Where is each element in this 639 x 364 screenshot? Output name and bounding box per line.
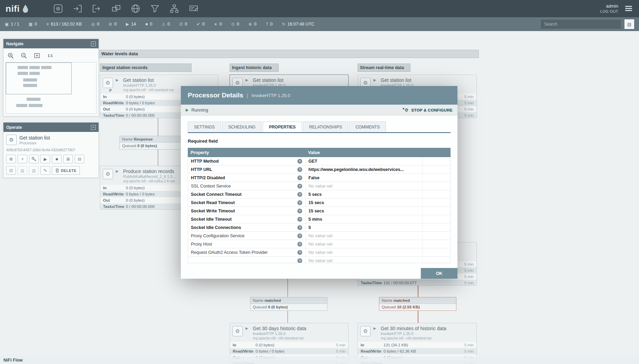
tab-relationships[interactable]: RELATIONSHIPS — [303, 122, 348, 132]
funnel-icon[interactable] — [150, 3, 160, 14]
brush-icon: ✎ — [44, 168, 47, 173]
label-stream-real-time-data[interactable]: Stream real-time data — [358, 64, 410, 72]
run-status-text: Running — [191, 107, 208, 113]
refresh-button[interactable]: ↻ 16:07:48 UTC — [282, 22, 314, 27]
stat-label: Read/Write — [361, 349, 383, 353]
processor-title: Get 30 minutes of historic data — [381, 326, 474, 331]
access-policies-button[interactable] — [29, 155, 39, 163]
connection-label[interactable]: Name matched Queued 0 (0 bytes) — [250, 297, 327, 311]
label-ingest-station-records[interactable]: Ingest station records — [100, 64, 192, 72]
property-row: ? No value set — [188, 257, 450, 263]
processor-bundle: org.apache.nifi - nifi-standard-nar — [253, 336, 345, 340]
tab-comments[interactable]: COMMENTS — [349, 122, 386, 132]
help-icon[interactable]: ? — [297, 209, 302, 213]
minimap-block — [16, 104, 27, 107]
output-port-icon[interactable] — [92, 3, 102, 14]
remote-process-group-icon[interactable] — [130, 3, 141, 14]
label-ingest-historic-data[interactable]: Ingest historic data — [230, 64, 279, 72]
component-toolbar — [53, 3, 199, 14]
tab-settings[interactable]: SETTINGS — [188, 122, 221, 132]
help-icon[interactable]: ? — [297, 233, 302, 238]
fill-color-button[interactable]: ✎ — [40, 166, 50, 175]
collapse-button[interactable]: – — [91, 125, 96, 130]
property-value: No value set — [306, 182, 423, 190]
connection-label-backpressure[interactable]: Name matched Queued 10 (2.55 KB) — [379, 297, 456, 311]
help-icon[interactable]: ? — [297, 200, 302, 205]
stop-button[interactable]: ■ — [52, 155, 62, 163]
paste-button[interactable]: ▤ — [18, 166, 27, 175]
zoom-out-icon[interactable] — [20, 52, 28, 59]
global-menu-icon[interactable] — [624, 4, 633, 12]
stat-value: 0 bytes / 62.36 KB — [383, 349, 459, 353]
bulletin-board-button[interactable]: ▤ — [624, 19, 634, 29]
minimap-block — [29, 66, 40, 69]
processor-title: Get station list — [381, 77, 474, 83]
property-value: https://www.pegelonline.wsv.de/webservic… — [306, 165, 423, 173]
delete-button[interactable]: DELETE — [52, 166, 80, 175]
connection-queued: Queued 10 (2.55 KB) — [379, 304, 456, 310]
zoom-actual-icon[interactable]: 1:1 — [46, 52, 54, 59]
property-row: Request OAuth2 Access Token Provider ? N… — [188, 248, 450, 257]
copy-icon: ⊡ — [9, 168, 13, 173]
process-group-icon[interactable] — [111, 3, 121, 14]
label-icon[interactable] — [188, 3, 199, 14]
help-icon[interactable]: ? — [297, 192, 302, 197]
dialog-tabs: SETTINGS SCHEDULING PROPERTIES RELATIONS… — [188, 122, 451, 133]
input-port-icon[interactable] — [72, 3, 83, 14]
help-icon[interactable]: ? — [297, 250, 302, 255]
status-item: ⚠ 0 — [161, 22, 170, 27]
start-button[interactable]: ▶ — [40, 155, 50, 163]
stat-label: Out — [103, 107, 126, 111]
stop-and-configure-button[interactable]: ⚙■ STOP & CONFIGURE — [404, 107, 453, 113]
copy-button[interactable]: ⊡ — [6, 166, 16, 175]
search-input[interactable] — [541, 20, 621, 29]
ok-button[interactable]: OK — [421, 268, 457, 279]
zoom-fit-icon[interactable] — [33, 52, 41, 59]
property-value: 15 secs — [306, 207, 423, 215]
status-item: ✔ 0 — [197, 22, 205, 27]
minimap-block — [18, 72, 28, 75]
running-indicator-icon: ▶ — [373, 78, 376, 82]
group-button[interactable]: ⊞ — [63, 155, 73, 163]
help-icon[interactable]: ? — [297, 225, 302, 230]
configure-button[interactable]: ⚙ — [6, 155, 16, 163]
help-icon[interactable]: ? — [297, 242, 302, 247]
process-group-banner[interactable]: Water levels data — [98, 50, 479, 58]
enable-button[interactable]: ⚡ — [18, 155, 27, 163]
transmitting-icon: ◎ — [91, 22, 95, 27]
tab-label: RELATIONSHIPS — [309, 125, 342, 130]
tab-properties[interactable]: PROPERTIES — [263, 122, 302, 132]
help-icon[interactable]: ? — [297, 217, 302, 222]
help-icon[interactable]: ? — [297, 258, 302, 263]
stat-window: 5 min — [459, 113, 474, 117]
zoom-in-icon[interactable] — [7, 52, 15, 59]
property-row: Socket Read Timeout ? 15 secs — [188, 199, 450, 207]
property-extra-cell — [423, 223, 450, 231]
collapse-button[interactable]: – — [91, 41, 96, 46]
help-icon[interactable]: ? — [297, 159, 302, 164]
help-icon[interactable]: ? — [297, 184, 302, 189]
duplicate-button[interactable]: ▥ — [29, 166, 39, 175]
flow-status-bar: ▣ 1 / 1 ▦ 0 ≡ 613 / 162.02 KB ◎ 0 ⊘ 0 ▶ … — [0, 17, 639, 31]
logout-link[interactable]: LOG OUT — [600, 9, 618, 14]
status-item: ▣ 1 / 1 — [5, 22, 19, 27]
current-user: admin — [606, 3, 618, 9]
template-icon[interactable] — [169, 3, 179, 14]
breadcrumb-root-link[interactable]: NiFi Flow — [3, 358, 23, 363]
property-value: 5 mins — [306, 215, 423, 223]
tab-scheduling[interactable]: SCHEDULING — [222, 122, 262, 132]
connection-line — [287, 310, 288, 323]
help-icon[interactable]: ? — [297, 175, 302, 180]
play-icon: ▶ — [44, 157, 47, 162]
properties-table-header: Property Value — [188, 148, 451, 157]
processor-icon[interactable] — [53, 3, 63, 14]
birdseye-minimap[interactable] — [6, 62, 96, 114]
status-count: 0 — [97, 22, 99, 27]
processor-title: Get 30 days historic data — [253, 326, 345, 331]
status-count: 0 — [167, 22, 170, 27]
create-template-button[interactable]: ⊟ — [75, 155, 84, 163]
help-icon[interactable]: ? — [297, 167, 302, 172]
property-name: HTTP Method — [191, 159, 219, 164]
not-transmitting-icon: ⊘ — [109, 22, 112, 27]
stat-window: 5 min — [459, 101, 474, 105]
